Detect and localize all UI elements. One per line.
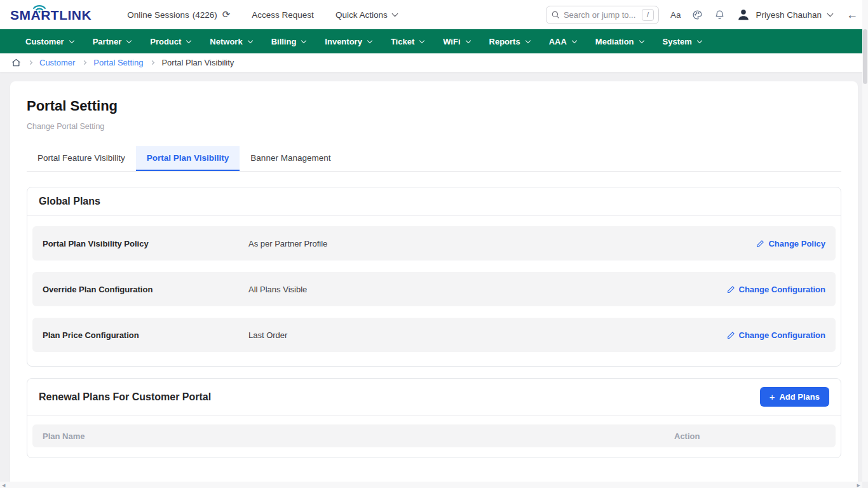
renewal-plans-table-header: Plan Name Action: [32, 424, 836, 447]
nav-label: Network: [210, 37, 242, 46]
setting-value: Last Order: [248, 330, 727, 340]
column-plan-name: Plan Name: [43, 431, 674, 441]
online-sessions-label: Online Sessions: [127, 10, 189, 20]
topbar-right-menu: / Aa Priyesh Chauhan ←: [546, 6, 858, 24]
breadcrumb-portal-setting[interactable]: Portal Setting: [93, 58, 143, 67]
nav-item-mediation[interactable]: Mediation: [595, 37, 644, 46]
chevron-down-icon: [525, 37, 530, 43]
scroll-left-arrow[interactable]: ◀: [2, 483, 5, 487]
change-policy-button[interactable]: Change Policy: [756, 239, 825, 248]
chevron-down-icon: [367, 37, 372, 43]
nav-item-product[interactable]: Product: [150, 37, 191, 46]
tab-portal-plan-visibility[interactable]: Portal Plan Visibility: [136, 146, 240, 171]
chevron-down-icon: [69, 37, 74, 43]
back-arrow-icon[interactable]: ←: [846, 8, 858, 22]
online-sessions[interactable]: Online Sessions (4226) ⟳: [127, 9, 230, 20]
setting-value: As per Partner Profile: [248, 239, 756, 248]
search-input[interactable]: [564, 10, 638, 20]
scrollbar-thumb[interactable]: [863, 29, 867, 84]
nav-label: Mediation: [595, 37, 634, 46]
action-label: Change Configuration: [739, 285, 826, 294]
renewal-plans-title: Renewal Plans For Customer Portal: [39, 391, 211, 403]
nav-item-ticket[interactable]: Ticket: [391, 37, 424, 46]
nav-label: Customer: [25, 37, 64, 46]
global-search[interactable]: /: [546, 6, 659, 24]
chevron-down-icon: [419, 37, 424, 43]
setting-label: Portal Plan Visibility Policy: [43, 239, 248, 248]
setting-label: Plan Price Configuration: [43, 330, 248, 340]
nav-item-partner[interactable]: Partner: [93, 37, 132, 46]
renewal-plans-section: Renewal Plans For Customer Portal + Add …: [27, 378, 841, 458]
renewal-plans-header: Renewal Plans For Customer Portal + Add …: [27, 379, 841, 416]
smartlink-logo[interactable]: SMARTLINK: [10, 8, 92, 22]
global-plans-rows: Portal Plan Visibility Policy As per Par…: [27, 216, 841, 366]
breadcrumb-current: Portal Plan Visibility: [161, 58, 234, 67]
vertical-scrollbar[interactable]: [862, 0, 868, 482]
nav-item-system[interactable]: System: [663, 37, 702, 46]
nav-item-customer[interactable]: Customer: [25, 37, 74, 46]
notifications-bell-icon[interactable]: [714, 10, 725, 20]
plus-icon: +: [770, 392, 775, 402]
change-configuration-button[interactable]: Change Configuration: [727, 330, 826, 340]
breadcrumb-customer[interactable]: Customer: [39, 58, 75, 67]
nav-label: Billing: [271, 37, 297, 46]
global-plans-title: Global Plans: [39, 196, 100, 207]
nav-label: WiFi: [443, 37, 460, 46]
page-card: Portal Setting Change Portal Setting Por…: [10, 81, 858, 488]
nav-label: Reports: [489, 37, 520, 46]
tab-banner-management[interactable]: Banner Management: [240, 146, 341, 171]
nav-label: Ticket: [391, 37, 414, 46]
pencil-icon: [756, 240, 764, 248]
tab-portal-feature-visibility[interactable]: Portal Feature Visibility: [27, 146, 136, 171]
user-name: Priyesh Chauhan: [756, 10, 822, 20]
column-action: Action: [674, 431, 825, 441]
chevron-down-icon: [465, 37, 470, 43]
chevron-down-icon: [697, 37, 702, 43]
nav-item-aaa[interactable]: AAA: [549, 37, 576, 46]
nav-label: System: [663, 37, 692, 46]
home-icon[interactable]: [11, 58, 21, 67]
global-plans-header: Global Plans: [27, 187, 841, 216]
breadcrumb-separator: [150, 60, 154, 65]
main-navigation: Customer Partner Product Network Billing…: [0, 29, 868, 53]
pencil-icon: [727, 331, 735, 339]
setting-row: Override Plan Configuration All Plans Vi…: [32, 272, 836, 306]
font-size-toggle[interactable]: Aa: [670, 10, 681, 20]
nav-label: Inventory: [325, 37, 362, 46]
tab-bar: Portal Feature Visibility Portal Plan Vi…: [27, 146, 841, 172]
add-plans-label: Add Plans: [779, 392, 820, 402]
avatar: [736, 8, 750, 22]
nav-label: Partner: [93, 37, 122, 46]
quick-actions-menu[interactable]: Quick Actions: [336, 10, 397, 20]
breadcrumb-separator: [28, 60, 32, 65]
setting-label: Override Plan Configuration: [43, 285, 248, 294]
access-request-link[interactable]: Access Request: [252, 10, 314, 20]
refresh-icon[interactable]: ⟳: [222, 9, 231, 20]
breadcrumb-separator: [82, 60, 86, 65]
nav-item-reports[interactable]: Reports: [489, 37, 530, 46]
add-plans-button[interactable]: + Add Plans: [760, 387, 829, 407]
setting-row: Plan Price Configuration Last Order Chan…: [32, 318, 836, 352]
nav-item-network[interactable]: Network: [210, 37, 252, 46]
search-shortcut-badge: /: [642, 9, 654, 21]
change-configuration-button[interactable]: Change Configuration: [727, 285, 826, 294]
horizontal-scrollbar[interactable]: ◀ ▶: [0, 482, 862, 488]
logo-text: SMARTLINK: [10, 8, 92, 22]
top-bar: SMARTLINK Online Sessions (4226) ⟳ Acces…: [0, 0, 868, 29]
theme-palette-icon[interactable]: [692, 10, 703, 20]
nav-label: AAA: [549, 37, 567, 46]
chevron-down-icon: [391, 11, 398, 17]
scroll-right-arrow[interactable]: ▶: [857, 483, 860, 487]
page-title: Portal Setting: [27, 98, 841, 114]
chevron-down-icon: [186, 37, 191, 43]
user-menu[interactable]: Priyesh Chauhan: [736, 8, 832, 22]
topbar-left-menu: Online Sessions (4226) ⟳ Access Request …: [127, 9, 397, 20]
chevron-down-icon: [572, 37, 577, 43]
nav-item-inventory[interactable]: Inventory: [325, 37, 372, 46]
nav-item-billing[interactable]: Billing: [271, 37, 306, 46]
main-content: Portal Setting Change Portal Setting Por…: [0, 72, 868, 488]
nav-item-wifi[interactable]: WiFi: [443, 37, 470, 46]
search-icon: [551, 10, 560, 19]
global-plans-section: Global Plans Portal Plan Visibility Poli…: [27, 187, 841, 367]
page-subtitle: Change Portal Setting: [27, 122, 841, 131]
